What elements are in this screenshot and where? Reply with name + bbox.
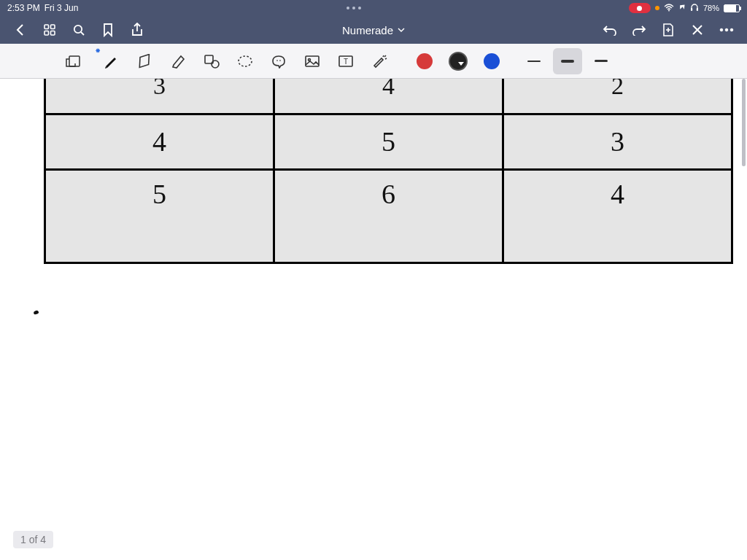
svg-rect-3 bbox=[44, 25, 49, 29]
svg-rect-4 bbox=[51, 25, 55, 29]
status-right: 78% bbox=[629, 3, 740, 13]
svg-point-9 bbox=[725, 28, 728, 31]
lasso-tool[interactable] bbox=[231, 48, 260, 74]
sticker-tool[interactable] bbox=[264, 48, 293, 74]
handwritten-table: 3 4 2 4 5 3 5 6 4 bbox=[44, 79, 733, 264]
cell: 2 bbox=[503, 79, 732, 114]
grid-view-button[interactable] bbox=[35, 17, 64, 43]
color-red[interactable] bbox=[410, 48, 439, 74]
svg-point-0 bbox=[668, 9, 670, 11]
headphones-icon bbox=[690, 4, 699, 13]
battery-percent: 78% bbox=[703, 4, 719, 12]
page-counter[interactable]: 1 of 4 bbox=[13, 531, 53, 548]
svg-point-10 bbox=[730, 28, 733, 31]
orange-dot-icon bbox=[655, 6, 659, 10]
drawing-toolbar: ⁕ T bbox=[0, 44, 747, 79]
svg-text:T: T bbox=[344, 58, 348, 66]
shape-tool[interactable] bbox=[197, 48, 226, 74]
app-title-bar: Numerade bbox=[0, 16, 747, 44]
multitask-dots[interactable] bbox=[347, 7, 361, 9]
ipad-status-bar: 2:53 PM Fri 3 Jun 78% bbox=[0, 0, 747, 16]
cell: 4 bbox=[503, 169, 732, 262]
color-black[interactable] bbox=[444, 48, 473, 74]
more-button[interactable] bbox=[712, 17, 741, 43]
add-page-button[interactable] bbox=[654, 17, 683, 43]
svg-point-8 bbox=[720, 28, 723, 31]
document-title[interactable]: Numerade bbox=[342, 24, 405, 36]
svg-rect-1 bbox=[691, 8, 692, 11]
scrollbar-vertical[interactable] bbox=[742, 79, 746, 166]
drawing-canvas[interactable]: 3 4 2 4 5 3 5 6 4 1 of 4 bbox=[0, 79, 747, 560]
table-row: 3 4 2 bbox=[45, 79, 732, 114]
undo-button[interactable] bbox=[595, 17, 624, 43]
pen-tool[interactable]: ⁕ bbox=[96, 48, 125, 74]
back-button[interactable] bbox=[6, 17, 35, 43]
location-icon bbox=[678, 4, 686, 12]
svg-rect-6 bbox=[51, 31, 55, 36]
cell: 3 bbox=[503, 114, 732, 169]
stroke-thick[interactable] bbox=[587, 48, 616, 74]
svg-rect-2 bbox=[697, 8, 698, 11]
cell: 5 bbox=[45, 169, 274, 262]
titlebar-right bbox=[595, 17, 741, 43]
svg-rect-11 bbox=[69, 56, 80, 66]
status-left: 2:53 PM Fri 3 Jun bbox=[7, 3, 78, 13]
status-date: Fri 3 Jun bbox=[44, 3, 79, 13]
screen-record-indicator[interactable] bbox=[629, 3, 651, 13]
svg-point-13 bbox=[212, 61, 219, 68]
eraser-tool[interactable] bbox=[130, 48, 159, 74]
wifi-icon bbox=[664, 4, 674, 13]
stroke-medium[interactable] bbox=[553, 48, 582, 74]
bluetooth-icon: ⁕ bbox=[95, 47, 101, 55]
zoom-tool[interactable] bbox=[58, 48, 88, 74]
table-row: 5 6 4 bbox=[45, 169, 732, 262]
ink-mark bbox=[33, 310, 39, 315]
search-button[interactable] bbox=[64, 17, 93, 43]
share-button[interactable] bbox=[123, 17, 152, 43]
cell: 4 bbox=[45, 114, 274, 169]
titlebar-left bbox=[6, 17, 152, 43]
color-blue[interactable] bbox=[477, 48, 506, 74]
battery-icon bbox=[724, 4, 740, 12]
image-tool[interactable] bbox=[298, 48, 327, 74]
text-tool[interactable]: T bbox=[331, 48, 360, 74]
cell: 3 bbox=[45, 79, 274, 114]
cell: 4 bbox=[274, 79, 503, 114]
cell: 6 bbox=[274, 169, 503, 262]
stroke-thin[interactable] bbox=[519, 48, 549, 74]
document-title-text: Numerade bbox=[342, 24, 393, 36]
svg-point-14 bbox=[239, 56, 252, 66]
highlighter-tool[interactable] bbox=[163, 48, 193, 74]
cell: 5 bbox=[274, 114, 503, 169]
chevron-down-icon bbox=[398, 27, 405, 33]
close-button[interactable] bbox=[683, 17, 712, 43]
bookmark-button[interactable] bbox=[93, 17, 123, 43]
svg-rect-15 bbox=[306, 56, 319, 66]
svg-point-7 bbox=[74, 26, 82, 33]
status-time: 2:53 PM bbox=[7, 3, 40, 13]
svg-rect-5 bbox=[44, 31, 49, 36]
redo-button[interactable] bbox=[624, 17, 654, 43]
laser-tool[interactable] bbox=[365, 48, 394, 74]
table-row: 4 5 3 bbox=[45, 114, 732, 169]
